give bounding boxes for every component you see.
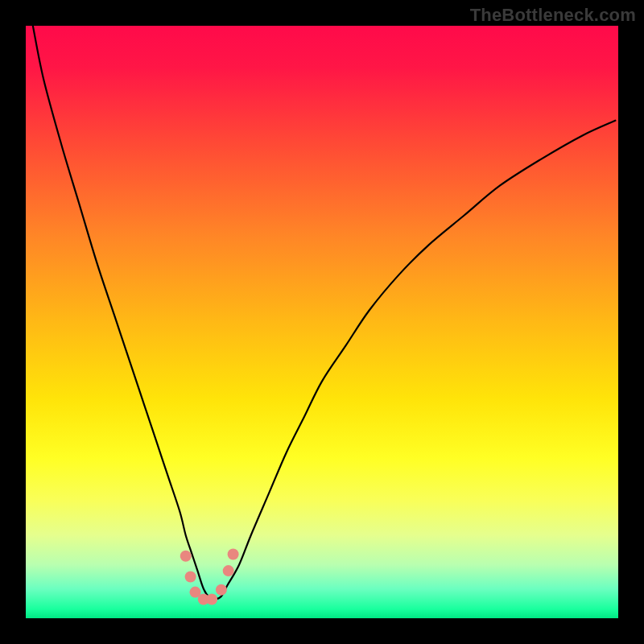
highlight-dot: [180, 551, 192, 562]
highlight-dot: [206, 593, 217, 605]
chart-frame: TheBottleneck.com: [0, 0, 644, 644]
chart-svg: [26, 26, 618, 618]
plot-area: [26, 26, 618, 618]
gradient-background: [26, 26, 618, 618]
watermark-text: TheBottleneck.com: [470, 5, 636, 26]
highlight-dot: [228, 549, 239, 560]
highlight-dot: [223, 565, 234, 576]
highlight-dot: [216, 584, 227, 596]
highlight-dot: [185, 571, 196, 582]
